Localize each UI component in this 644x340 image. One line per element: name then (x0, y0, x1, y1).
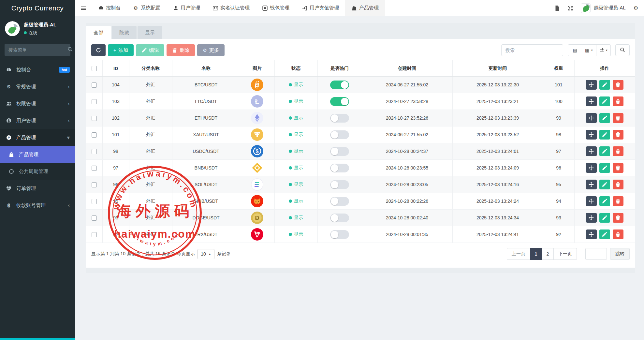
hot-toggle[interactable] (330, 180, 349, 189)
jump-button[interactable]: 跳转 (610, 248, 630, 260)
hamburger-icon[interactable] (75, 0, 92, 16)
sidebar-item-product-management[interactable]: 产品管理 (0, 146, 75, 163)
detail-view-button[interactable]: ▤ (568, 44, 582, 56)
move-row-button[interactable] (586, 213, 597, 223)
prev-page-button[interactable]: 上一页 (507, 248, 530, 260)
delete-row-button[interactable] (613, 96, 623, 106)
edit-row-button[interactable] (599, 130, 610, 140)
edit-row-button[interactable] (599, 96, 610, 106)
nav-item-kyc-management[interactable]: 实名认证管理 (206, 0, 256, 16)
sidebar-item-product-management-parent[interactable]: P产品管理▾ (0, 129, 75, 146)
row-checkbox[interactable] (92, 116, 97, 121)
delete-row-button[interactable] (613, 113, 623, 123)
page-size-select[interactable]: 10▲ (198, 249, 214, 259)
sidebar-item-order-management[interactable]: 订单管理 (0, 180, 75, 197)
move-row-button[interactable] (586, 96, 597, 106)
edit-row-button[interactable] (599, 180, 610, 189)
user-menu[interactable]: 超级管理员-AL (581, 3, 625, 13)
delete-row-button[interactable] (613, 229, 623, 239)
sidebar-search-input[interactable] (8, 47, 67, 52)
clear-cache-icon[interactable] (555, 6, 560, 11)
move-row-button[interactable] (586, 180, 597, 189)
hot-toggle[interactable] (330, 130, 349, 139)
refresh-button[interactable] (91, 44, 106, 56)
gear-icon: ⚙ (203, 48, 207, 53)
cell-category: 外汇 (129, 193, 172, 210)
delete-button[interactable]: 删除 (167, 44, 195, 56)
tab-all[interactable]: 全部 (86, 26, 111, 39)
header-select-all[interactable] (86, 60, 102, 77)
header-status: 状态 (274, 60, 317, 77)
delete-row-button[interactable] (613, 196, 623, 206)
hot-toggle[interactable] (330, 97, 349, 106)
page-button-1[interactable]: 1 (530, 248, 542, 260)
nav-item-recharge-management[interactable]: 用户充值管理 (296, 0, 345, 16)
row-checkbox[interactable] (92, 199, 97, 204)
edit-row-button[interactable] (599, 146, 610, 156)
sidebar-item-user-management[interactable]: 用户管理‹ (0, 112, 75, 129)
row-checkbox[interactable] (92, 215, 97, 221)
columns-button[interactable]: ▦▼ (582, 44, 596, 56)
row-checkbox[interactable] (92, 182, 97, 187)
search-submit-button[interactable] (615, 44, 630, 56)
edit-row-button[interactable] (599, 80, 610, 90)
jump-page-input[interactable] (585, 248, 607, 260)
coin-icon (251, 178, 263, 191)
sidebar-item-payment-account-management[interactable]: B收款账号管理‹ (0, 197, 75, 214)
nav-item-user-management[interactable]: 用户管理 (167, 0, 206, 16)
delete-row-button[interactable] (613, 213, 623, 223)
nav-item-dashboard[interactable]: 控制台 (92, 0, 127, 16)
edit-row-button[interactable] (599, 229, 610, 239)
tab-hidden[interactable]: 隐藏 (112, 26, 137, 39)
hot-toggle[interactable] (330, 114, 349, 123)
delete-row-button[interactable] (613, 163, 623, 173)
hot-toggle[interactable] (330, 197, 349, 206)
tab-shown[interactable]: 显示 (138, 26, 162, 39)
delete-row-button[interactable] (613, 146, 623, 156)
edit-row-button[interactable] (599, 196, 610, 206)
move-row-button[interactable] (586, 229, 597, 239)
next-page-button[interactable]: 下一页 (554, 248, 577, 260)
fullscreen-icon[interactable] (568, 6, 573, 11)
sidebar-item-general-management[interactable]: ⚙常规管理‹ (0, 78, 75, 95)
row-checkbox[interactable] (92, 82, 97, 88)
move-row-button[interactable] (586, 130, 597, 140)
add-button[interactable]: +添加 (108, 44, 134, 56)
row-checkbox[interactable] (92, 149, 97, 154)
move-row-button[interactable] (586, 163, 597, 173)
hot-toggle[interactable] (330, 164, 349, 172)
nav-item-system-config[interactable]: ⚙系统配置 (127, 0, 167, 16)
delete-row-button[interactable] (613, 130, 623, 140)
search-icon[interactable] (67, 47, 73, 53)
move-row-button[interactable] (586, 80, 597, 90)
more-button[interactable]: ⚙更多 (197, 44, 225, 56)
row-checkbox[interactable] (92, 99, 97, 104)
edit-row-button[interactable] (599, 113, 610, 123)
row-checkbox[interactable] (92, 132, 97, 138)
edit-row-button[interactable] (599, 163, 610, 173)
settings-gears-icon[interactable]: ⚙ (634, 5, 638, 11)
move-row-button[interactable] (586, 113, 597, 123)
edit-button[interactable]: 编辑 (136, 44, 164, 56)
sidebar-item-permission-management[interactable]: 权限管理‹ (0, 95, 75, 112)
delete-row-button[interactable] (613, 180, 623, 189)
move-row-button[interactable] (586, 196, 597, 206)
page-button-2[interactable]: 2 (542, 248, 554, 260)
hot-toggle[interactable] (330, 81, 349, 89)
table-search-input[interactable] (501, 44, 563, 56)
nav-item-wallet-management[interactable]: 钱包管理 (256, 0, 296, 16)
select-all-checkbox[interactable] (92, 66, 97, 71)
search-icon (620, 47, 625, 53)
row-checkbox[interactable] (92, 166, 97, 171)
hot-toggle[interactable] (330, 147, 349, 156)
delete-row-button[interactable] (613, 80, 623, 90)
edit-row-button[interactable] (599, 213, 610, 223)
sidebar-item-public-cycle-management[interactable]: 公共周期管理 (0, 163, 75, 180)
hot-toggle[interactable] (330, 214, 349, 222)
hot-toggle[interactable] (330, 230, 349, 239)
export-button[interactable]: ▼ (596, 44, 611, 56)
nav-item-product-management[interactable]: 产品管理 (345, 0, 385, 16)
move-row-button[interactable] (586, 146, 597, 156)
row-checkbox[interactable] (92, 232, 97, 237)
sidebar-item-dashboard[interactable]: 控制台hot (0, 61, 75, 78)
